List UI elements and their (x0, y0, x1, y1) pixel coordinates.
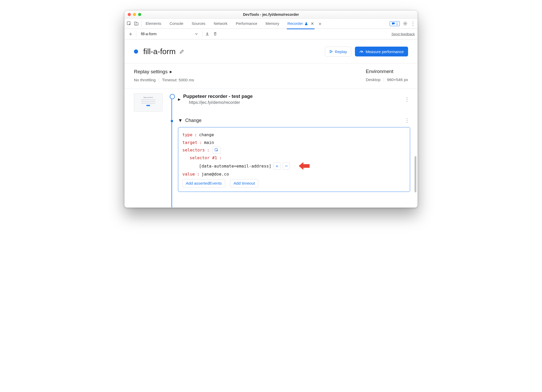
gauge-icon (359, 49, 363, 54)
device-value: Desktop (366, 77, 381, 82)
add-timeout-button[interactable]: Add timeout (230, 179, 258, 187)
recording-title: fill-a-form (143, 47, 176, 56)
svg-rect-2 (136, 23, 138, 25)
prop-selector-1-value[interactable]: [data-automate=email-address] (199, 162, 271, 170)
play-icon (329, 50, 333, 53)
environment-heading: Environment (366, 69, 394, 74)
export-icon[interactable] (205, 32, 210, 36)
chevron-down-icon (195, 32, 198, 35)
add-asserted-events-button[interactable]: Add assertedEvents (182, 179, 225, 187)
window-title: DevTools - jec.fyi/demo/recorder (128, 12, 414, 17)
window-fullscreen-button[interactable] (138, 13, 141, 16)
window-close-button[interactable] (128, 13, 131, 16)
prop-selector-1-key: selector #1 (190, 154, 217, 162)
step-detail-box: type: change target: main selectors: sel… (178, 127, 410, 192)
timeout-value: Timeout: 5000 ms (162, 78, 194, 82)
tab-console[interactable]: Console (169, 19, 184, 29)
prop-type-key: type (182, 131, 192, 139)
recording-selector[interactable]: fill-a-form (141, 32, 198, 36)
settings-gear-icon[interactable] (403, 21, 408, 26)
caret-right-icon: ▸ (170, 69, 172, 75)
experiment-flask-icon (304, 22, 308, 25)
devtools-window: DevTools - jec.fyi/demo/recorder Element… (124, 10, 418, 208)
inspect-element-icon[interactable] (127, 21, 131, 26)
prop-value-value[interactable]: jane@doe.co (202, 170, 229, 178)
traffic-lights (128, 13, 141, 16)
step-actions-menu[interactable]: ⋮ (404, 96, 415, 102)
send-feedback-link[interactable]: Send feedback (391, 32, 415, 36)
tab-performance[interactable]: Performance (235, 19, 258, 29)
tab-elements[interactable]: Elements (145, 19, 162, 29)
recording-selector-value: fill-a-form (141, 32, 156, 36)
caret-down-icon: ▼ (178, 118, 183, 123)
prop-value-key: value (182, 170, 195, 178)
tab-sources[interactable]: Sources (191, 19, 206, 29)
prop-target-key: target (182, 139, 197, 147)
tab-recorder[interactable]: Recorder ✕ (287, 19, 315, 29)
throttling-value: No throttling (134, 78, 156, 82)
recording-header: fill-a-form Replay Measure performance (125, 39, 417, 63)
prop-target-value[interactable]: main (204, 139, 214, 147)
caret-right-icon: ▶ (178, 97, 181, 101)
step-change-header[interactable]: ▼ Change ⋮ (178, 117, 415, 124)
prop-type-value[interactable]: change (199, 131, 214, 139)
recorder-toolbar: ＋ fill-a-form Send feedback (125, 29, 417, 39)
add-selector-button[interactable]: ＋ (273, 162, 281, 170)
close-tab-icon[interactable]: ✕ (311, 21, 314, 26)
issues-chip[interactable]: 1 (390, 21, 400, 26)
start-step-url: https://jec.fyi/demo/recorder (189, 100, 402, 105)
device-mode-icon[interactable] (134, 21, 139, 26)
more-tabs-button[interactable]: » (319, 21, 321, 26)
mac-titlebar: DevTools - jec.fyi/demo/recorder (125, 11, 417, 19)
chat-icon (391, 22, 395, 25)
new-recording-button[interactable]: ＋ (127, 30, 134, 38)
prop-selectors-key: selectors (182, 146, 205, 154)
replay-button[interactable]: Replay (325, 47, 352, 56)
remove-selector-button[interactable]: − (283, 162, 290, 170)
kebab-menu-icon[interactable]: ⋮ (411, 21, 415, 26)
issues-count: 1 (396, 22, 398, 26)
viewport-value: 960×546 px (387, 77, 408, 82)
devtools-tabs-bar: Elements Console Sources Network Perform… (125, 19, 417, 29)
replay-env-settings: Replay settings ▸ No throttling Timeout:… (125, 63, 417, 89)
edit-title-icon[interactable] (179, 49, 184, 54)
step-actions-menu[interactable]: ⋮ (404, 117, 415, 124)
pointer-arrow-icon (298, 162, 310, 170)
delete-icon[interactable] (213, 32, 217, 36)
measure-performance-button[interactable]: Measure performance (355, 47, 408, 56)
tab-memory[interactable]: Memory (265, 19, 280, 29)
timeline-axis (169, 93, 174, 205)
window-minimize-button[interactable] (133, 13, 136, 16)
step-thumbnail[interactable]: Sign up here! (134, 93, 162, 112)
start-step-title: Puppeteer recorder - test page (183, 93, 402, 99)
step-change-label: Change (185, 118, 202, 123)
recording-status-dot (134, 49, 138, 54)
replay-settings-toggle[interactable]: Replay settings ▸ (134, 69, 194, 75)
selector-picker-button[interactable] (212, 147, 221, 154)
tab-network[interactable]: Network (213, 19, 228, 29)
steps-column: ▶ Puppeteer recorder - test page https:/… (178, 93, 415, 205)
step-start[interactable]: ▶ Puppeteer recorder - test page https:/… (178, 93, 415, 105)
scrollbar-thumb[interactable] (415, 156, 416, 192)
tab-list: Elements Console Sources Network Perform… (145, 19, 315, 28)
timeline: Sign up here! ▶ Puppeteer recorder - tes… (125, 89, 417, 207)
svg-point-3 (404, 23, 406, 24)
timeline-start-node (170, 94, 175, 99)
timeline-step-node (171, 120, 173, 122)
